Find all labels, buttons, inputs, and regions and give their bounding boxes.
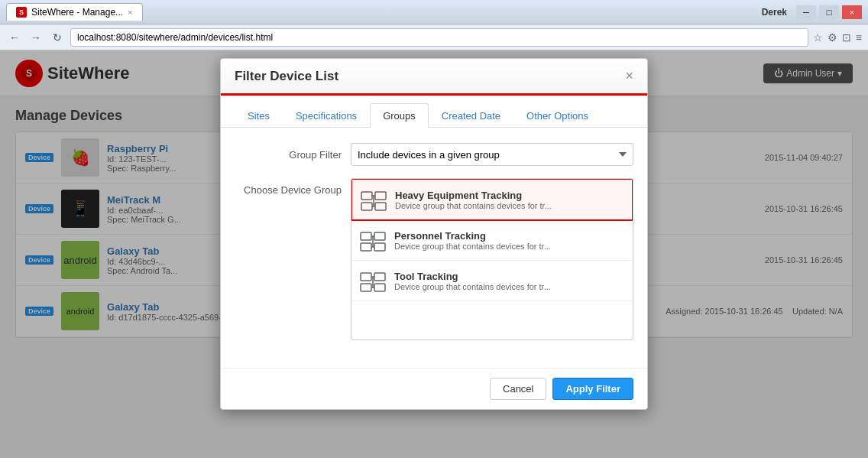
svg-rect-11 <box>361 243 371 251</box>
browser-nav-icons: ☆ ⚙ ⊡ ≡ <box>813 31 862 44</box>
svg-rect-12 <box>374 243 385 251</box>
dialog-header: Filter Device List × <box>221 59 647 96</box>
choose-device-group-row: Choose Device Group <box>235 178 633 340</box>
cancel-button[interactable]: Cancel <box>490 378 546 400</box>
filter-dialog: Filter Device List × Sites Specification… <box>220 58 648 410</box>
address-bar[interactable] <box>70 28 808 47</box>
group-name: Heavy Equipment Tracking <box>395 190 624 201</box>
group-device-icon <box>359 226 387 254</box>
browser-titlebar: S SiteWhere - Manage... × Derek ─ □ × <box>0 0 868 24</box>
maximize-button[interactable]: □ <box>819 5 839 19</box>
modal-overlay: Filter Device List × Sites Specification… <box>0 50 868 458</box>
choose-group-label: Choose Device Group <box>235 178 342 196</box>
dialog-footer: Cancel Apply Filter <box>221 368 647 409</box>
group-info: Heavy Equipment Tracking Device group th… <box>395 190 624 210</box>
group-description: Device group that contains devices for t… <box>394 282 625 291</box>
group-list: Heavy Equipment Tracking Device group th… <box>351 178 633 340</box>
tab-sites[interactable]: Sites <box>235 103 283 128</box>
tab-specifications[interactable]: Specifications <box>283 103 370 128</box>
group-item-personnel[interactable]: Personnel Tracking Device group that con… <box>351 220 633 261</box>
svg-rect-10 <box>374 232 385 240</box>
bookmark-icon[interactable]: ☆ <box>813 31 823 44</box>
svg-rect-5 <box>375 203 386 210</box>
forward-button[interactable]: → <box>28 29 44 46</box>
window-controls: Derek ─ □ × <box>756 5 862 19</box>
svg-rect-4 <box>361 203 372 210</box>
close-window-button[interactable]: × <box>842 5 862 19</box>
group-device-icon <box>360 186 387 213</box>
tab-title: SiteWhere - Manage... <box>31 7 123 18</box>
tab-groups[interactable]: Groups <box>370 103 429 128</box>
tab-close-btn[interactable]: × <box>128 8 132 17</box>
group-info: Tool Tracking Device group that contains… <box>394 271 625 291</box>
group-filter-select[interactable]: Include devices in a given group Exclude… <box>351 143 633 166</box>
menu-icon[interactable]: ≡ <box>856 31 862 44</box>
group-device-icon <box>359 267 387 294</box>
svg-rect-2 <box>361 192 372 200</box>
group-description: Device group that contains devices for t… <box>394 242 625 251</box>
group-description: Device group that contains devices for t… <box>395 201 624 210</box>
group-filter-row: Group Filter Include devices in a given … <box>235 143 633 166</box>
browser-tab[interactable]: S SiteWhere - Manage... × <box>6 3 143 21</box>
dialog-body: Group Filter Include devices in a given … <box>221 128 647 368</box>
group-name: Tool Tracking <box>394 271 625 282</box>
svg-rect-17 <box>374 273 385 281</box>
group-filter-label: Group Filter <box>235 149 342 161</box>
svg-rect-9 <box>361 232 371 240</box>
minimize-button[interactable]: ─ <box>796 5 816 19</box>
svg-rect-16 <box>361 273 371 281</box>
reload-button[interactable]: ↻ <box>49 29 66 46</box>
tab-other-options[interactable]: Other Options <box>513 103 601 128</box>
dialog-close-button[interactable]: × <box>625 68 633 84</box>
settings-icon[interactable]: ⚙ <box>828 31 837 44</box>
browser-navbar: ← → ↻ ☆ ⚙ ⊡ ≡ <box>0 24 868 50</box>
cast-icon[interactable]: ⊡ <box>842 31 851 44</box>
apply-filter-button[interactable]: Apply Filter <box>552 378 633 400</box>
tab-favicon: S <box>16 7 27 18</box>
group-list-spacer <box>351 301 633 339</box>
svg-rect-18 <box>361 284 371 291</box>
group-info: Personnel Tracking Device group that con… <box>394 230 625 251</box>
back-button[interactable]: ← <box>6 29 23 46</box>
dialog-tabs: Sites Specifications Groups Created Date… <box>221 96 647 128</box>
tab-created-date[interactable]: Created Date <box>429 103 513 128</box>
group-item-heavy-equipment[interactable]: Heavy Equipment Tracking Device group th… <box>351 178 633 221</box>
dialog-title: Filter Device List <box>235 69 338 84</box>
group-item-tool[interactable]: Tool Tracking Device group that contains… <box>351 261 633 301</box>
app-container: S SiteWhere ⏻ Admin User ▾ Manage Device… <box>0 50 868 458</box>
svg-rect-19 <box>374 284 385 291</box>
svg-rect-3 <box>375 192 386 200</box>
user-label: Derek <box>756 5 793 19</box>
group-name: Personnel Tracking <box>394 230 625 242</box>
